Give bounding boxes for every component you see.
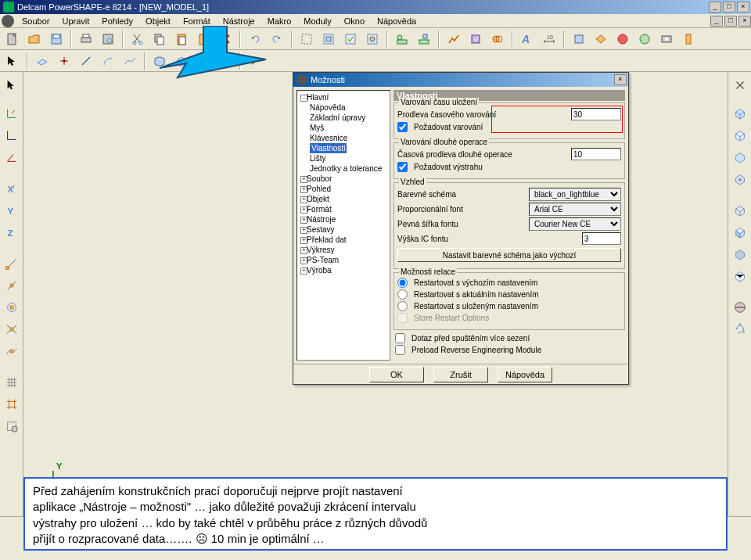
copy-icon[interactable] xyxy=(150,30,169,48)
grid-major-icon[interactable] xyxy=(2,394,22,415)
text-icon[interactable]: A xyxy=(518,30,537,48)
tree-psteam[interactable]: PS-Team xyxy=(299,255,388,265)
radio-restart-default[interactable] xyxy=(397,278,408,288)
checkbox-require-warning[interactable] xyxy=(397,122,408,132)
options-tree[interactable]: Hlavní Nápověda Základní úpravy Myš Kláv… xyxy=(296,90,390,361)
snap-mid-icon[interactable] xyxy=(2,275,22,296)
module-electrode-icon[interactable] xyxy=(679,30,698,48)
curve-icon[interactable] xyxy=(120,52,139,70)
tree-objekt[interactable]: Objekt xyxy=(299,194,388,204)
help-button[interactable]: Nápověda xyxy=(498,367,552,382)
grid-settings-icon[interactable] xyxy=(2,416,22,436)
new-icon[interactable] xyxy=(3,30,22,48)
cut-icon[interactable] xyxy=(128,30,147,48)
module-mold-icon[interactable] xyxy=(657,30,676,48)
tree-napoveda[interactable]: Nápověda xyxy=(299,102,388,113)
solid-icon[interactable] xyxy=(172,52,191,70)
select-clear-icon[interactable] xyxy=(363,30,382,48)
model-fix-icon[interactable] xyxy=(466,30,485,48)
select-box-icon[interactable] xyxy=(319,30,338,48)
shade-transparent-icon[interactable] xyxy=(730,244,750,264)
assembly-icon[interactable] xyxy=(216,52,235,70)
line-icon[interactable] xyxy=(77,52,95,70)
axis-xz-icon[interactable] xyxy=(2,147,22,167)
selection-arrow-icon[interactable] xyxy=(3,52,22,70)
tree-format[interactable]: Formát xyxy=(299,204,388,214)
shade-hidden-icon[interactable] xyxy=(730,266,750,286)
select-prop-font[interactable]: Arial CE xyxy=(529,203,621,216)
select-fixed-font[interactable]: Courier New CE xyxy=(529,217,621,231)
shade-wireframe-icon[interactable] xyxy=(730,200,750,221)
close-panel-icon[interactable] xyxy=(730,75,750,95)
module-render-icon[interactable] xyxy=(613,30,632,48)
tree-hlavni[interactable]: Hlavní xyxy=(299,92,388,102)
shade-solid-icon[interactable] xyxy=(730,222,750,242)
tree-nastroje[interactable]: Nástroje xyxy=(299,214,388,224)
menu-moduly[interactable]: Moduly xyxy=(299,16,336,26)
menu-okno[interactable]: Okno xyxy=(340,16,369,26)
paste-icon[interactable] xyxy=(172,30,191,48)
tree-zakladni-upravy[interactable]: Základní úpravy xyxy=(299,113,388,123)
surface-icon[interactable] xyxy=(150,52,169,70)
app-menu-icon[interactable] xyxy=(2,15,14,27)
constraint-z-icon[interactable]: Z xyxy=(2,222,22,242)
dynamic-section-icon[interactable] xyxy=(730,297,750,318)
tree-soubor[interactable]: Soubor xyxy=(299,174,388,184)
open-icon[interactable] xyxy=(25,30,44,48)
select-all-icon[interactable] xyxy=(297,30,316,48)
checkbox-require-alert[interactable] xyxy=(397,162,408,172)
input-icfont[interactable] xyxy=(582,232,621,245)
tree-vyroba[interactable]: Výroba xyxy=(299,265,388,275)
view-iso3-icon[interactable] xyxy=(730,147,750,167)
tree-vykresy[interactable]: Výkresy xyxy=(299,245,388,255)
doc-maximize-button[interactable]: □ xyxy=(724,16,737,27)
module-draft-icon[interactable] xyxy=(570,30,588,48)
menu-soubor[interactable]: Soubor xyxy=(17,16,54,26)
cancel-button[interactable]: Zrušit xyxy=(433,367,488,382)
tree-sestavy[interactable]: Sestavy xyxy=(299,224,388,235)
minimize-button[interactable]: _ xyxy=(709,2,721,13)
snap-end-icon[interactable] xyxy=(2,253,22,274)
undo-icon[interactable] xyxy=(246,30,264,48)
save-icon[interactable] xyxy=(47,30,66,48)
menu-format[interactable]: Formát xyxy=(178,16,215,26)
tree-pohled[interactable]: Pohled xyxy=(299,184,388,194)
maximize-button[interactable]: □ xyxy=(723,2,735,13)
delete-icon[interactable] xyxy=(216,30,235,48)
view-iso2-icon[interactable] xyxy=(730,125,750,145)
axis-xy-icon[interactable] xyxy=(2,103,22,124)
select-quick-icon[interactable] xyxy=(341,30,360,48)
view-iso4-icon[interactable] xyxy=(730,169,750,189)
menu-objekt[interactable]: Objekt xyxy=(141,16,175,26)
tree-listy[interactable]: Lišty xyxy=(299,153,388,163)
ok-button[interactable]: OK xyxy=(369,367,424,382)
view-iso1-icon[interactable] xyxy=(730,103,750,124)
close-button[interactable]: × xyxy=(737,2,749,13)
modify-icon[interactable] xyxy=(415,30,433,48)
cursor-icon[interactable] xyxy=(2,75,22,95)
radio-restart-saved[interactable] xyxy=(397,301,408,311)
menu-makro[interactable]: Makro xyxy=(263,16,296,26)
menu-napoveda[interactable]: Nápověda xyxy=(372,16,421,26)
tree-vlastnosti[interactable]: Vlastnosti xyxy=(299,143,388,153)
snap-centre-icon[interactable] xyxy=(2,297,22,318)
feature-icon[interactable] xyxy=(194,52,213,70)
menu-nastroje[interactable]: Nástroje xyxy=(218,16,260,26)
rotate-view-icon[interactable] xyxy=(730,319,750,339)
wizard-icon[interactable] xyxy=(246,52,264,70)
grid-icon[interactable] xyxy=(2,372,22,393)
doc-close-button[interactable]: × xyxy=(738,16,751,27)
menu-upravit[interactable]: Upravit xyxy=(57,16,94,26)
dimension-icon[interactable]: 10 xyxy=(540,30,559,48)
constraint-x-icon[interactable]: X↑ xyxy=(2,178,22,199)
redo-icon[interactable] xyxy=(268,30,286,48)
tree-preklad[interactable]: Překlad dat xyxy=(299,235,388,245)
model-analysis-icon[interactable] xyxy=(444,30,463,48)
radio-restart-current[interactable] xyxy=(397,289,408,300)
module-estimate-icon[interactable] xyxy=(635,30,654,48)
print-preview-icon[interactable] xyxy=(99,30,117,48)
dialog-close-button[interactable]: × xyxy=(614,74,627,85)
tree-klavesnice[interactable]: Klávesnice xyxy=(299,133,388,143)
tree-mys[interactable]: Myš xyxy=(299,123,388,133)
button-reset-scheme[interactable]: Nastavit barevné schéma jako výchozí xyxy=(397,248,621,262)
